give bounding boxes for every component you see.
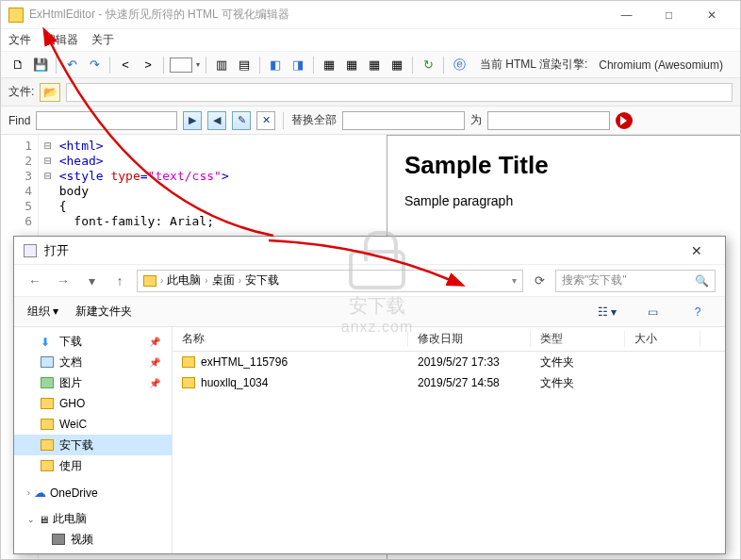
dialog-titlebar: 打开 ✕ (14, 237, 725, 265)
sidebar-item-thispc[interactable]: ⌄此电脑 (14, 509, 172, 529)
folder-icon (143, 275, 156, 287)
nav-back-icon[interactable]: ← (24, 270, 46, 292)
render-label: 当前 HTML 渲染引擎: (480, 57, 587, 73)
sidebar-item-video[interactable]: 视频 (14, 529, 172, 550)
find-bar: Find ▶ ◀ ✎ ✕ 替换全部 为 (1, 107, 740, 135)
next-icon[interactable]: > (139, 56, 157, 74)
sidebar-item-gho[interactable]: GHO (14, 393, 172, 414)
dialog-sidebar: 下载📌 文档📌 图片📌 GHO WeiC 安下载 使用 ›OneDrive ⌄此… (14, 327, 173, 553)
sidebar-item-shiyong[interactable]: 使用 (14, 455, 172, 476)
file-list: 名称 修改日期 类型 大小 exHTML_115796 2019/5/27 17… (173, 327, 725, 553)
close-button[interactable]: ✕ (690, 2, 733, 28)
col-size[interactable]: 大小 (625, 331, 700, 347)
col-type[interactable]: 类型 (531, 331, 625, 347)
panel2-icon[interactable]: ◨ (288, 56, 307, 74)
to-label: 为 (470, 112, 482, 128)
preview-toggle-button[interactable]: ▭ (638, 302, 667, 322)
dialog-toolbar: 组织 ▾ 新建文件夹 ☷ ▾ ▭ ? (14, 297, 725, 327)
find-input[interactable] (36, 111, 177, 130)
dropdown-icon[interactable]: ▾ (196, 60, 200, 69)
replace-go-button[interactable] (616, 112, 633, 129)
layout1-icon[interactable]: ▥ (212, 56, 231, 74)
menubar: 文件 编辑器 关于 (1, 29, 740, 52)
dialog-title: 打开 (44, 242, 678, 259)
color-picker[interactable] (170, 58, 192, 73)
panel1-icon[interactable]: ◧ (266, 56, 285, 74)
file-label: 文件: (8, 84, 34, 100)
nav-up-icon[interactable]: ↑ (108, 270, 131, 292)
open-folder-button[interactable]: 📂 (40, 83, 60, 102)
nav-forward-icon[interactable]: → (52, 270, 74, 292)
window-title: ExHtmlEditor - 快速所见所得的 HTML 可视化编辑器 (29, 7, 605, 23)
breadcrumb[interactable]: › 此电脑 › 桌面 › 安下载 ▾ (137, 270, 523, 292)
menu-editor[interactable]: 编辑器 (44, 32, 78, 48)
crumb-anxz[interactable]: 安下载 (245, 272, 279, 288)
view2-icon[interactable]: ▦ (342, 56, 361, 74)
main-toolbar: 🗋 💾 ↶ ↷ < > ▾ ▥ ▤ ◧ ◨ ▦ ▦ ▦ ▦ ↻ ⓔ 当前 HTM… (1, 52, 740, 78)
search-placeholder: 搜索"安下载" (562, 272, 627, 288)
list-item[interactable]: exHTML_115796 2019/5/27 17:33 文件夹 (173, 352, 725, 372)
sidebar-item-onedrive[interactable]: ›OneDrive (14, 484, 172, 502)
undo-icon[interactable]: ↶ (62, 56, 81, 74)
clear-icon[interactable]: ✕ (256, 111, 275, 130)
preview-title: Sample Title (404, 151, 723, 180)
view1-icon[interactable]: ▦ (320, 56, 338, 74)
file-path-input[interactable] (66, 83, 733, 102)
dialog-close-button[interactable]: ✕ (678, 243, 716, 258)
organize-menu[interactable]: 组织 ▾ (27, 304, 58, 320)
titlebar: ExHtmlEditor - 快速所见所得的 HTML 可视化编辑器 — □ ✕ (1, 1, 740, 29)
refresh-icon[interactable]: ⟳ (529, 273, 550, 288)
layout2-icon[interactable]: ▤ (235, 56, 254, 74)
folder-icon (182, 377, 195, 388)
open-file-dialog: 打开 ✕ ← → ▾ ↑ › 此电脑 › 桌面 › 安下载 ▾ ⟳ 搜索"安下载… (13, 236, 726, 554)
find-next-icon[interactable]: ▶ (183, 111, 202, 130)
sidebar-item-anxz[interactable]: 安下载 (14, 435, 172, 455)
view3-icon[interactable]: ▦ (365, 56, 384, 74)
replace-from-input[interactable] (342, 111, 465, 130)
search-box[interactable]: 搜索"安下载" 🔍 (555, 270, 716, 292)
nav-recent-icon[interactable]: ▾ (80, 270, 103, 292)
preview-paragraph: Sample paragraph (404, 193, 723, 208)
minimize-button[interactable]: — (605, 2, 648, 28)
dialog-body: 下载📌 文档📌 图片📌 GHO WeiC 安下载 使用 ›OneDrive ⌄此… (14, 327, 725, 553)
render-engine: Chromium (Awesomium) (599, 58, 723, 72)
app-icon (8, 8, 24, 23)
sidebar-item-weic[interactable]: WeiC (14, 414, 172, 435)
dialog-nav: ← → ▾ ↑ › 此电脑 › 桌面 › 安下载 ▾ ⟳ 搜索"安下载" 🔍 (14, 265, 725, 297)
list-item[interactable]: huoxllq_1034 2019/5/27 14:58 文件夹 (173, 372, 725, 393)
ie-icon[interactable]: ⓔ (450, 56, 469, 74)
view-mode-button[interactable]: ☷ ▾ (593, 302, 621, 322)
new-folder-button[interactable]: 新建文件夹 (75, 304, 132, 320)
menu-file[interactable]: 文件 (8, 32, 31, 48)
crumb-thispc[interactable]: 此电脑 (167, 272, 201, 288)
redo-icon[interactable]: ↷ (85, 56, 104, 74)
highlight-icon[interactable]: ✎ (232, 111, 251, 130)
crumb-desktop[interactable]: 桌面 (212, 272, 235, 288)
col-date[interactable]: 修改日期 (408, 331, 531, 347)
sidebar-item-downloads[interactable]: 下载📌 (14, 331, 172, 352)
maximize-button[interactable]: □ (648, 2, 690, 28)
folder-icon (182, 356, 195, 368)
file-bar: 文件: 📂 (1, 78, 740, 107)
replace-label: 替换全部 (291, 112, 337, 128)
prev-icon[interactable]: < (116, 56, 135, 74)
help-icon[interactable]: ? (683, 302, 712, 322)
refresh-icon[interactable]: ↻ (419, 56, 437, 74)
dialog-icon (24, 244, 37, 257)
find-prev-icon[interactable]: ◀ (207, 111, 226, 130)
col-name[interactable]: 名称 (173, 331, 408, 347)
view4-icon[interactable]: ▦ (387, 56, 406, 74)
list-header: 名称 修改日期 类型 大小 (173, 327, 725, 352)
replace-to-input[interactable] (487, 111, 610, 130)
menu-about[interactable]: 关于 (91, 32, 114, 48)
find-label: Find (8, 114, 30, 127)
sidebar-item-documents[interactable]: 文档📌 (14, 352, 172, 372)
search-icon: 🔍 (695, 274, 709, 288)
save-icon[interactable]: 💾 (31, 56, 50, 74)
sidebar-item-pictures[interactable]: 图片📌 (14, 372, 172, 393)
new-icon[interactable]: 🗋 (8, 56, 27, 74)
